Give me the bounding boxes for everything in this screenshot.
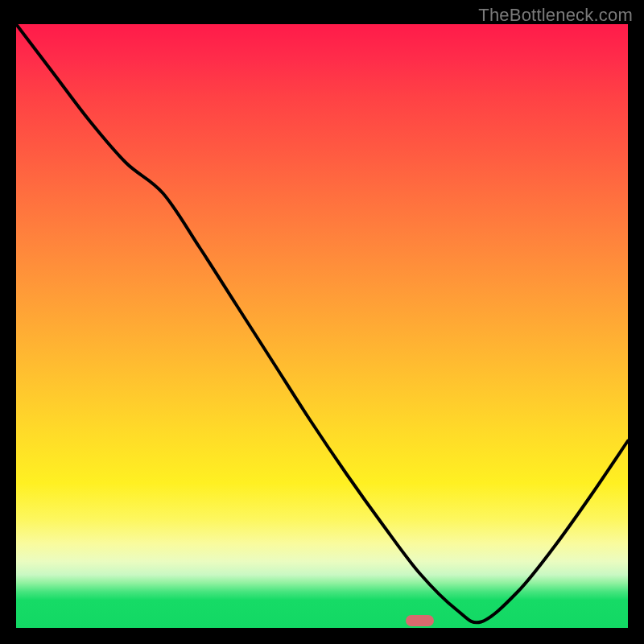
watermark-text: TheBottleneck.com — [478, 5, 633, 26]
bottleneck-curve — [16, 24, 628, 622]
bottleneck-marker — [406, 615, 433, 626]
curve-layer — [16, 24, 628, 628]
plot-area — [16, 24, 628, 628]
chart-frame: TheBottleneck.com — [0, 0, 644, 644]
